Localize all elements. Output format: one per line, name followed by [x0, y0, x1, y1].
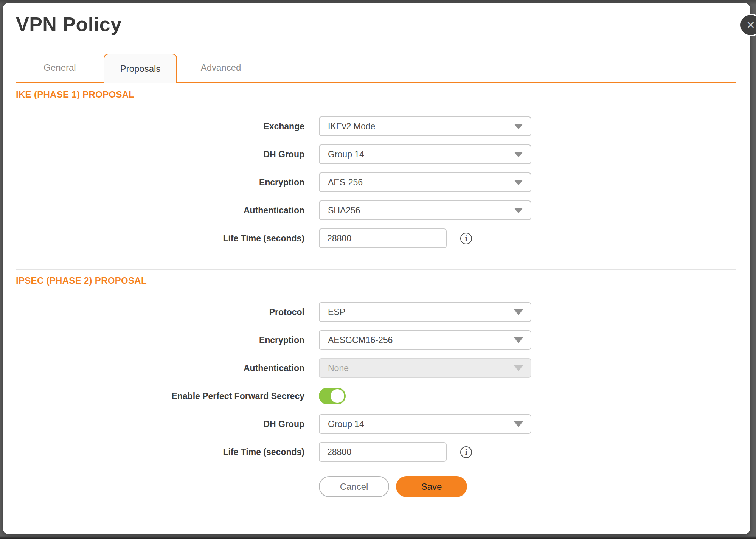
authentication-value: SHA256	[328, 205, 360, 216]
exchange-value: IKEv2 Mode	[328, 121, 375, 132]
protocol-row: Protocol ESP	[16, 302, 736, 322]
authentication-row: Authentication SHA256	[16, 200, 736, 220]
protocol-label: Protocol	[16, 307, 304, 317]
encryption2-row: Encryption AESGCM16-256	[16, 330, 736, 350]
page-title: VPN Policy	[16, 13, 736, 36]
ike-phase1-form: Exchange IKEv2 Mode DH Group Group 14 En…	[16, 116, 736, 248]
exchange-row: Exchange IKEv2 Mode	[16, 116, 736, 136]
toggle-knob-icon	[331, 389, 344, 403]
save-button[interactable]: Save	[396, 476, 467, 497]
authentication2-row: Authentication None	[16, 358, 736, 378]
authentication-label: Authentication	[16, 205, 304, 216]
dh-group-value: Group 14	[328, 149, 364, 160]
chevron-down-icon	[514, 152, 523, 157]
encryption2-value: AESGCM16-256	[328, 335, 393, 345]
close-icon: ✕	[746, 19, 755, 31]
info-icon[interactable]: i	[460, 233, 472, 244]
life-time2-row: Life Time (seconds) i	[16, 442, 736, 462]
encryption-value: AES-256	[328, 177, 363, 188]
chevron-down-icon	[514, 421, 523, 427]
authentication2-select-disabled: None	[319, 358, 531, 378]
encryption-label: Encryption	[16, 177, 304, 188]
cancel-button[interactable]: Cancel	[319, 476, 389, 497]
tab-proposals-label: Proposals	[120, 64, 161, 74]
dh-group2-row: DH Group Group 14	[16, 414, 736, 434]
encryption-select[interactable]: AES-256	[319, 172, 531, 192]
chevron-down-icon	[514, 365, 523, 371]
pfs-label: Enable Perfect Forward Secrecy	[16, 391, 304, 401]
vpn-policy-dialog: VPN Policy General Proposals Advanced IK…	[3, 3, 750, 534]
dh-group-select[interactable]: Group 14	[319, 144, 531, 164]
info-icon[interactable]: i	[460, 446, 472, 458]
pfs-toggle[interactable]	[319, 388, 346, 404]
chevron-down-icon	[514, 180, 523, 185]
dialog-footer: Cancel Save	[16, 476, 736, 497]
ipsec-phase2-form: Protocol ESP Encryption AESGCM16-256 Aut…	[16, 302, 736, 462]
exchange-label: Exchange	[16, 121, 304, 132]
encryption2-select[interactable]: AESGCM16-256	[319, 330, 531, 350]
authentication2-value: None	[328, 363, 349, 373]
pfs-row: Enable Perfect Forward Secrecy	[16, 386, 736, 406]
chevron-down-icon	[514, 337, 523, 343]
encryption-row: Encryption AES-256	[16, 172, 736, 192]
life-time2-input[interactable]	[319, 442, 447, 462]
authentication-select[interactable]: SHA256	[319, 200, 531, 220]
section-heading-ipsec-phase2: IPSEC (PHASE 2) PROPOSAL	[16, 275, 736, 286]
chevron-down-icon	[514, 208, 523, 213]
authentication2-label: Authentication	[16, 363, 304, 373]
life-time-input[interactable]	[319, 228, 447, 248]
dh-group2-value: Group 14	[328, 419, 364, 429]
dh-group2-label: DH Group	[16, 419, 304, 429]
protocol-select[interactable]: ESP	[319, 302, 531, 322]
dh-group-label: DH Group	[16, 149, 304, 160]
life-time-label: Life Time (seconds)	[16, 233, 304, 244]
tab-general-label: General	[43, 62, 76, 73]
exchange-select[interactable]: IKEv2 Mode	[319, 116, 531, 136]
tab-advanced[interactable]: Advanced	[177, 54, 265, 82]
protocol-value: ESP	[328, 307, 345, 317]
dh-group2-select[interactable]: Group 14	[319, 414, 531, 434]
encryption2-label: Encryption	[16, 335, 304, 345]
tab-advanced-label: Advanced	[201, 62, 241, 73]
tab-proposals[interactable]: Proposals	[104, 54, 177, 83]
chevron-down-icon	[514, 124, 523, 129]
tab-general[interactable]: General	[16, 54, 104, 82]
tab-bar: General Proposals Advanced	[16, 54, 736, 83]
life-time2-label: Life Time (seconds)	[16, 447, 304, 457]
section-heading-ike-phase1: IKE (PHASE 1) PROPOSAL	[16, 89, 736, 100]
section-divider	[16, 269, 736, 270]
life-time-row: Life Time (seconds) i	[16, 228, 736, 248]
dh-group-row: DH Group Group 14	[16, 144, 736, 164]
chevron-down-icon	[514, 309, 523, 315]
